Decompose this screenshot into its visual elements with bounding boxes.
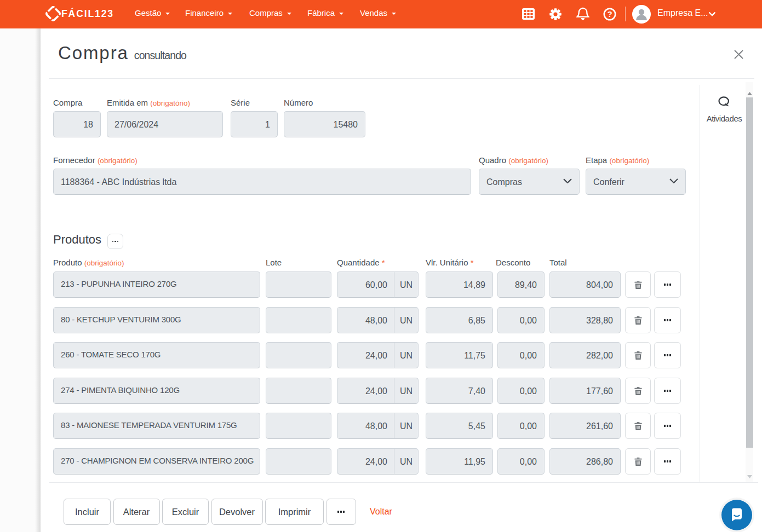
svg-text:?: ?: [607, 9, 612, 19]
